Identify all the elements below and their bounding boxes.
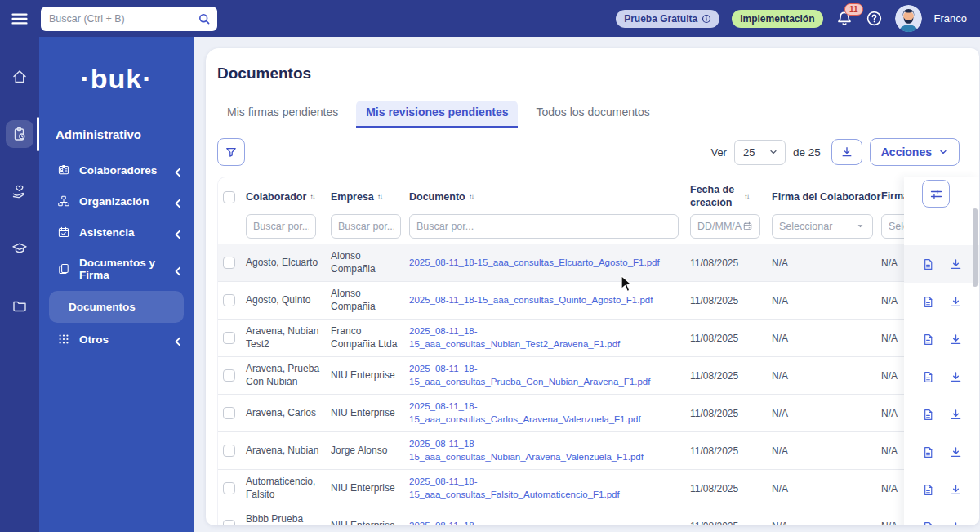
colaborador-cell: Bbbb Prueba Apellido Bizl [246, 513, 323, 525]
row-checkbox[interactable] [223, 257, 235, 269]
benefits-hand-heart-icon [6, 177, 33, 205]
table-row: Aravena, NubianJorge Alonso2025_08-11_18… [218, 432, 979, 470]
tab-mis-revisiones-pendientes[interactable]: Mis revisiones pendientes [356, 101, 518, 128]
page-title: Documentos [217, 65, 979, 83]
acciones-button[interactable]: Acciones [870, 138, 960, 166]
rail-item-tasks-clipboard-icon[interactable] [0, 115, 39, 153]
sidebar-item-documentos-y-firma[interactable]: Documentos y Firma [39, 248, 194, 290]
preview-document-icon[interactable] [921, 445, 935, 459]
notifications-bell-icon[interactable]: 11 [835, 10, 853, 28]
sidebar-menu: ColaboradoresOrganizaciónAsistenciaDocum… [39, 154, 194, 355]
user-avatar[interactable] [895, 5, 922, 32]
sidebar-item-otros[interactable]: Otros [39, 324, 194, 355]
colaborador-cell: Agosto, Quinto [246, 294, 323, 307]
fecha-cell: 11/08/2025 [690, 483, 772, 494]
select-all-checkbox[interactable] [223, 191, 235, 203]
download-document-icon[interactable] [949, 483, 963, 497]
filter-colaborador-input[interactable] [246, 214, 316, 239]
per-page-select[interactable]: 25 [734, 140, 786, 165]
table-header-row: Colaborador↑↓ Empresa↑↓ Documento↑↓ Fech… [218, 177, 979, 212]
sidebar-item-organización[interactable]: Organización [39, 186, 194, 217]
row-actions [904, 471, 979, 508]
table-row: Aravena, Nubian Test2Franco Compañia Ltd… [218, 320, 979, 357]
id-badge-icon [57, 163, 70, 177]
filter-button[interactable] [217, 138, 245, 166]
sidebar-submenu-documentos[interactable]: Documentos [49, 291, 184, 323]
document-link[interactable]: 2025_08-11_18-15_aaa_consultas_Nubian_Ar… [409, 438, 682, 463]
download-document-icon[interactable] [949, 295, 963, 309]
row-actions [904, 245, 979, 283]
trial-badge[interactable]: Prueba Gratuita [616, 10, 719, 28]
global-search[interactable] [41, 7, 217, 31]
col-fecha-creacion[interactable]: Fecha de creación [690, 184, 741, 209]
sort-icon[interactable]: ↑↓ [310, 193, 314, 201]
colaborador-cell: Agosto, Elcuarto [246, 257, 323, 270]
vertical-scrollbar-thumb[interactable] [973, 208, 978, 287]
download-document-icon[interactable] [949, 408, 963, 422]
help-icon[interactable] [866, 10, 883, 27]
download-document-icon[interactable] [949, 370, 963, 384]
sidebar-item-asistencia[interactable]: Asistencia [39, 217, 194, 248]
rail-item-training-graduation-icon[interactable] [0, 230, 39, 267]
colaborador-cell: Aravena, Carlos [246, 407, 323, 420]
document-link[interactable]: 2025_08-11_18-15_aaa_consultas_Carlos_Ar… [409, 400, 682, 426]
acciones-label: Acciones [881, 145, 932, 159]
col-colaborador[interactable]: Colaborador [246, 191, 306, 203]
chevron-left-icon [172, 197, 180, 206]
sidebar-item-colaboradores[interactable]: Colaboradores [39, 154, 194, 186]
row-checkbox[interactable] [223, 407, 235, 419]
rail-item-home-icon[interactable] [0, 58, 39, 96]
documents-icon [57, 262, 70, 275]
preview-document-icon[interactable] [921, 408, 935, 422]
tab-todos-los-documentos[interactable]: Todos los documentos [526, 101, 659, 128]
row-checkbox[interactable] [223, 369, 235, 382]
firma-colaborador-cell: N/A [772, 333, 881, 344]
download-document-icon[interactable] [949, 333, 963, 346]
preview-document-icon[interactable] [921, 257, 935, 271]
hamburger-menu-icon[interactable] [10, 9, 29, 29]
sort-icon[interactable]: ↑↓ [377, 193, 382, 201]
tab-mis-firmas-pendientes[interactable]: Mis firmas pendientes [217, 101, 348, 128]
preview-document-icon[interactable] [921, 333, 935, 346]
implementation-badge[interactable]: Implementación [732, 10, 822, 28]
row-checkbox[interactable] [223, 445, 235, 457]
download-document-icon[interactable] [949, 521, 963, 526]
firma-colaborador-cell: N/A [772, 521, 881, 526]
preview-document-icon[interactable] [921, 521, 935, 526]
column-settings-button[interactable] [922, 180, 950, 208]
export-download-button[interactable] [831, 139, 862, 165]
row-checkbox[interactable] [223, 332, 235, 344]
search-icon[interactable] [198, 12, 211, 25]
col-firma-colaborador[interactable]: Firma del Colaborador [772, 191, 880, 203]
row-checkbox[interactable] [223, 294, 235, 306]
filter-empresa-input[interactable] [331, 214, 401, 239]
sort-icon[interactable]: ↑↓ [469, 193, 474, 201]
user-name[interactable]: Franco [934, 12, 967, 25]
filter-firma-colaborador-select[interactable]: Seleccionar [772, 214, 873, 239]
col-empresa[interactable]: Empresa [331, 191, 374, 203]
fecha-cell: 11/08/2025 [690, 295, 772, 306]
preview-document-icon[interactable] [921, 370, 935, 384]
preview-document-icon[interactable] [921, 483, 935, 497]
document-link[interactable]: 2025_08-11_18-15_aaa_consultas_Prueba_Co… [409, 363, 682, 388]
row-checkbox[interactable] [223, 520, 235, 525]
col-documento[interactable]: Documento [409, 191, 466, 203]
rail-item-files-folder-icon[interactable] [0, 287, 39, 324]
sort-icon[interactable]: ↑↓ [744, 193, 749, 201]
filter-documento-input[interactable] [409, 214, 679, 239]
document-link[interactable]: 2025_08-11_18-15_aaa_consultas_Quinto_Ag… [409, 294, 653, 307]
download-document-icon[interactable] [949, 257, 963, 271]
document-link[interactable]: 2025_08-11_18-15_aaa_consultas_Falsito_A… [409, 476, 682, 501]
main-area: Documentos Mis firmas pendientesMis revi… [194, 37, 980, 532]
global-search-input[interactable] [49, 13, 198, 25]
preview-document-icon[interactable] [921, 295, 935, 309]
row-checkbox[interactable] [223, 482, 235, 494]
download-document-icon[interactable] [949, 445, 963, 459]
filter-fecha-input[interactable]: DD/MM/AAAA [690, 214, 760, 239]
document-link[interactable]: 2025_08-11_18-15_aaa_consultas_Elcuarto_… [409, 257, 660, 270]
rail-item-benefits-hand-heart-icon[interactable] [0, 172, 39, 210]
document-link[interactable]: 2025_08-11_18-15_aaa_consultas_Nubian_Te… [409, 325, 682, 351]
colaborador-cell: Automaticencio, Falsito [246, 476, 323, 501]
document-link[interactable]: 2025_08-11_18- [409, 520, 478, 525]
toolbar: Ver 25 de 25 Acciones [217, 138, 979, 166]
